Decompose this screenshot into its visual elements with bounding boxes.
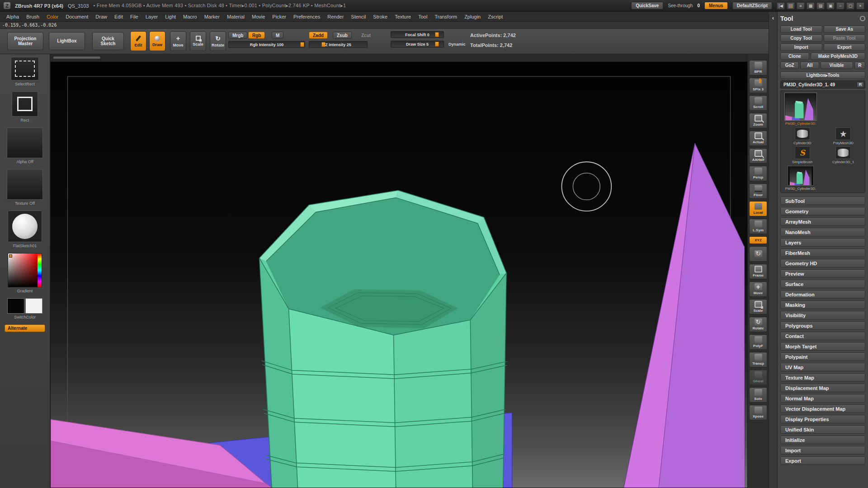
right-shelf-button[interactable] [749,246,767,262]
zadd-button[interactable]: Zadd [309,32,328,39]
z-intensity-slider[interactable]: Z Intensity 25 [309,41,368,48]
tool-section[interactable]: Masking [780,300,865,309]
tool-section[interactable]: Initialize [780,436,865,444]
tool-section[interactable]: Texture Map [780,373,865,382]
document-canvas[interactable] [50,61,748,488]
make-polymesh3d-button[interactable]: Make PolyMesh3D [811,52,865,60]
menu-item[interactable]: Texture [391,12,415,21]
save-as-button[interactable]: Save As [824,25,866,33]
tool-section[interactable]: Preview [780,269,865,278]
menu-item[interactable]: Edit [111,12,127,21]
edit-button[interactable]: Edit [130,31,146,51]
alpha-selector[interactable] [7,127,43,158]
menu-item[interactable]: Render [324,12,347,21]
zscript-rewind-icon[interactable]: |◀ [777,2,785,9]
right-shelf-button[interactable]: Xpose [749,405,767,420]
tool-section[interactable]: NanoMesh [780,228,865,236]
quick-sketch-button[interactable]: Quick Sketch [92,32,124,50]
right-shelf-button[interactable]: Local [749,201,767,216]
zsub-button[interactable]: Zsub [333,32,352,39]
menu-item[interactable]: Document [62,12,92,21]
slider-handle[interactable] [435,32,439,37]
menu-item[interactable]: Alpha [3,12,23,21]
menu-item[interactable]: Transform [431,12,461,21]
menu-item[interactable]: Tool [415,12,431,21]
slider-handle[interactable] [300,42,304,47]
paste-tool-button[interactable]: Paste Tool [824,34,866,42]
alternate-button[interactable]: Alternate [5,324,45,332]
panel-cycle-icon[interactable] [860,16,865,21]
goz-visible-button[interactable]: Visible [821,61,853,69]
hue-strip[interactable] [38,253,42,287]
right-shelf-button[interactable]: Transp [749,352,767,367]
tool-section[interactable]: Export [780,456,865,465]
tool-section[interactable]: Vector Displacement Map [780,404,865,413]
color-picker[interactable] [8,253,42,287]
tool-section[interactable]: ArrayMesh [780,217,865,226]
rotate-button[interactable]: Rotate [210,31,226,51]
tool-section[interactable]: Surface [780,280,865,288]
secondary-color-swatch[interactable] [25,298,42,314]
right-shelf-button[interactable]: SPix 3 [749,78,767,93]
projection-master-button[interactable]: Projection Master [7,32,43,50]
tool-thumbnail[interactable]: PolyMesh3D [824,127,863,145]
canvas-h-scrollbar[interactable] [53,56,100,59]
tool-thumbnail[interactable]: Cylinder3D [783,127,822,145]
right-shelf-button[interactable]: Rotate [749,317,767,332]
active-tool-thumbnail[interactable]: PM3D_Cylinder3D. [783,93,819,126]
tool-section[interactable]: Visibility [780,311,865,319]
tool-section[interactable]: Morph Target [780,342,865,351]
quicksave-button[interactable]: QuickSave [631,2,663,9]
rgb-button[interactable]: Rgb [248,32,265,39]
right-shelf-button[interactable]: PolyF [749,334,767,350]
tool-section[interactable]: Display Properties [780,415,865,423]
menu-item[interactable]: Material [223,12,248,21]
minimize-icon[interactable]: − [836,2,844,9]
right-shelf-button[interactable]: Move [749,282,767,297]
layout-view-icon[interactable]: ▤ [816,2,825,9]
menu-item[interactable]: Color [43,12,62,21]
tool-section[interactable]: Deformation [780,290,865,299]
goz-button[interactable]: GoZ [780,61,799,69]
main-color-swatch[interactable] [7,298,24,314]
tool-section[interactable]: Unified Skin [780,425,865,434]
focal-shift-slider[interactable]: Focal Shift 0 [391,31,444,38]
sliders-icon[interactable]: ≡ [797,2,805,9]
menu-item[interactable]: Zscript [484,12,506,21]
menu-item[interactable]: Movie [248,12,269,21]
alpha-shape-selector[interactable] [12,91,38,117]
menu-item[interactable]: Layer [142,12,162,21]
recent-tool-thumbnail[interactable]: PM3D_Cylinder3D. [783,166,819,191]
dynamic-toggle[interactable]: Dynamic [448,42,466,47]
mesh-teal-cylinder[interactable] [259,190,508,488]
menu-item[interactable]: File [127,12,142,21]
mrgb-button[interactable]: Mrgb [228,32,247,39]
right-shelf-button[interactable]: Zoom [749,113,767,128]
right-shelf-button[interactable]: XYZ [749,236,767,244]
grid-view-icon[interactable]: ▦ [807,2,815,9]
menu-item[interactable]: Picker [269,12,290,21]
menus-button[interactable]: Menus [704,2,728,9]
panel-collapse-arrow[interactable]: ‹ [772,14,774,488]
right-shelf-button[interactable]: BPR [749,60,767,75]
move-button[interactable]: Move [170,31,186,51]
tool-section[interactable]: FiberMesh [780,249,865,257]
scale-button[interactable]: Scale [190,31,206,51]
tool-thumbnail[interactable]: SimpleBrush [783,146,822,164]
tool-section[interactable]: Geometry [780,207,865,216]
right-shelf-button[interactable]: L.Sym [749,219,767,234]
rgb-intensity-slider[interactable]: Rgb Intensity 100 [228,41,305,48]
export-button[interactable]: Export [824,43,866,51]
menu-item[interactable]: Marker [201,12,223,21]
right-shelf-button[interactable]: AAHalf [749,148,767,164]
draw-button[interactable]: Draw [149,31,165,51]
draw-size-slider[interactable]: Draw Size 5 [391,41,444,47]
menu-item[interactable]: Draw [92,12,111,21]
tool-section[interactable]: Import [780,446,865,455]
right-shelf-button[interactable]: Solo [749,387,767,403]
zcut-button[interactable]: Zcut [357,32,375,39]
right-shelf-button[interactable]: Scroll [749,95,767,111]
lightbox-tools-button[interactable]: Lightbox▸Tools [780,71,865,79]
close-icon[interactable]: × [856,2,864,9]
menu-item[interactable]: Zplugin [461,12,484,21]
